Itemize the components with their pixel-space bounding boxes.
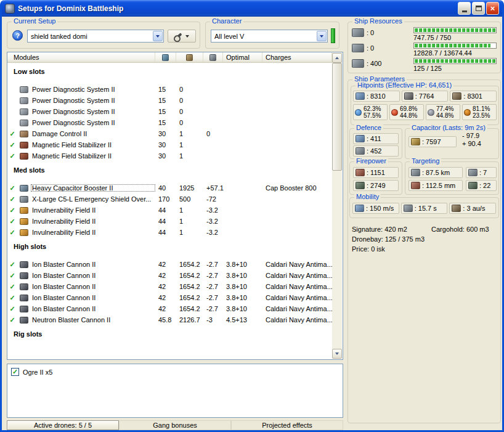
module-pg-value: 1 [176,130,203,137]
module-cap-value: -2.7 [203,261,223,268]
hitpoints-group: Hitpoints (Effective HP: 64,651) : 8310 … [351,86,499,125]
modules-list: Modules Optimal Charges Low slotsPower D… [7,52,343,360]
module-cpu-value: 45.8 [155,316,176,324]
scroll-down-button[interactable] [332,349,342,359]
module-name: Power Diagnostic System II [31,119,155,126]
resource-bar-fill [415,44,490,47]
chevron-down-icon [185,35,189,38]
shield-resist-value: 62.3% [364,105,381,112]
active-drones-button[interactable]: Active drones: 5 / 5 [7,420,119,430]
scrollbar-thumb[interactable] [332,63,342,171]
resource-bar-fill [415,59,495,63]
module-row[interactable]: ✓Heavy Capacitor Booster II401925+57.1Ca… [7,182,332,194]
module-row[interactable]: ✓Magnetic Field Stabilizer II301 [7,139,332,150]
drone-checkbox[interactable]: ✓ [11,368,19,376]
active-check-icon: ✓ [7,152,17,160]
module-name: Power Diagnostic System II [31,86,155,93]
module-pg-value: 0 [176,97,203,104]
module-row[interactable]: ✓Ion Blaster Cannon II421654.2-2.73.8+10… [7,281,332,292]
armor-hp: : 7764 [402,91,449,102]
module-row[interactable]: Power Diagnostic System II150 [7,84,332,95]
warp-speed-icon [452,205,461,212]
optimal-column-header: Optimal [223,52,262,62]
firepower-value-2: : 2749 [367,182,386,189]
module-name: Invulnerability Field II [31,229,155,236]
module-row[interactable]: ✓Neutron Blaster Cannon II45.82126.7-34.… [7,314,332,325]
module-pg-value: 1 [176,206,203,214]
module-row[interactable]: ✓Invulnerability Field II441-3.2 [7,216,332,227]
setup-tools-button[interactable] [168,30,196,43]
module-row[interactable]: ✓Invulnerability Field II441-3.2 [7,227,332,238]
module-row[interactable]: ✓Ion Blaster Cannon II421654.2-2.73.8+10… [7,270,332,281]
shield-hp-value: : 8310 [367,92,386,100]
signature-resolution-value: : 112.5 mm [422,182,455,189]
module-cap-value: -3 [203,316,223,324]
drone-item[interactable]: ✓Ogre II x5 [7,364,343,376]
module-row[interactable]: Power Diagnostic System II150 [7,95,332,106]
module-row[interactable]: ✓Invulnerability Field II441-3.2 [7,205,332,216]
module-row[interactable]: ✓Damage Control II3010 [7,128,332,139]
capacitor-group: Capacitor (Lasts: 9m 2s) : 7597 - 97.9 +… [405,128,499,159]
module-row[interactable]: Power Diagnostic System II150 [7,106,332,117]
minimize-button[interactable] [458,2,471,15]
module-row[interactable]: ✓Ion Blaster Cannon II421654.2-2.73.8+10… [7,303,332,314]
max-targets-value: : 7 [479,169,487,176]
max-velocity-value: : 150 m/s [366,205,394,212]
setup-select[interactable]: shield tanked domi [27,30,164,43]
resource-bar-text: 747.75 / 750 [413,33,497,41]
modules-scrollbar[interactable] [332,53,342,359]
resource-row: : 0747.75 / 750 [352,27,497,43]
setup-dropdown-button[interactable] [153,31,163,41]
module-cpu-value: 42 [155,294,176,301]
module-name: Power Diagnostic System II [31,108,155,115]
targeting-range-value: : 87.5 km [422,169,450,176]
projected-effects-button[interactable]: Projected effects [231,420,343,430]
capacitor-recharge-value: + 90.4 [462,140,481,148]
help-icon[interactable]: ? [12,30,23,41]
modules-list-header[interactable]: Modules Optimal Charges [7,52,332,63]
resource-bar [413,27,497,33]
active-check-icon: ✓ [7,283,17,291]
module-optimal-value: 4.5+13 [223,316,262,324]
title-bar[interactable]: Setups for Dominix Battleship × [2,0,502,17]
armor-resist-value: 44.8% [436,112,453,119]
module-pg-value: 1654.2 [176,305,203,312]
active-check-icon: ✓ [7,272,17,280]
capacitor-icon [411,138,420,145]
resource-bar-fill [415,28,495,32]
module-row[interactable]: ✓Ion Blaster Cannon II421654.2-2.73.8+10… [7,292,332,303]
gang-bonuses-button[interactable]: Gang bonuses [119,420,231,430]
shield-resist-value: 69.8% [400,105,417,112]
module-cpu-value: 15 [155,97,176,104]
pds-module-icon [20,108,28,115]
module-row[interactable]: Power Diagnostic System II150 [7,117,332,128]
module-optimal-value: 3.8+10 [223,294,262,301]
window-title: Setups for Dominix Battleship [18,4,458,13]
shield-boost-icon [356,147,365,155]
firepower-value-1: : 1151 [367,169,385,176]
armor-icon [404,92,413,100]
defence-label: Defence [354,124,383,131]
scan-resolution: : 22 [466,180,497,191]
module-name: Ion Blaster Cannon II [31,272,155,279]
module-row[interactable]: ✓Magnetic Field Stabilizer II301 [7,150,332,161]
module-row[interactable]: ✓Ion Blaster Cannon II421654.2-2.73.8+10… [7,259,332,270]
cargohold-text: Cargohold: 600 m3 [431,226,489,233]
scroll-up-button[interactable] [332,53,342,63]
active-check-icon: ✓ [7,130,17,138]
character-dropdown-button[interactable] [317,31,327,41]
module-cpu-value: 40 [155,184,176,192]
shield-icon [356,92,365,100]
firepower-group: Firepower : 1151 : 2749 [349,161,402,195]
dc-module-icon [20,131,28,137]
close-button[interactable]: × [486,2,499,15]
module-name: Magnetic Field Stabilizer II [31,152,155,160]
charges-column-header: Charges [262,52,332,62]
maximize-button[interactable] [472,2,485,15]
module-row[interactable]: ✓X-Large C5-L Emergency Shield Over...17… [7,194,332,205]
active-check-icon: ✓ [7,305,17,313]
character-select[interactable]: All level V [211,30,328,43]
module-pg-value: 1654.2 [176,261,203,268]
mobility-label: Mobility [354,193,381,200]
resource-bar-text: 125 / 125 [413,64,497,72]
